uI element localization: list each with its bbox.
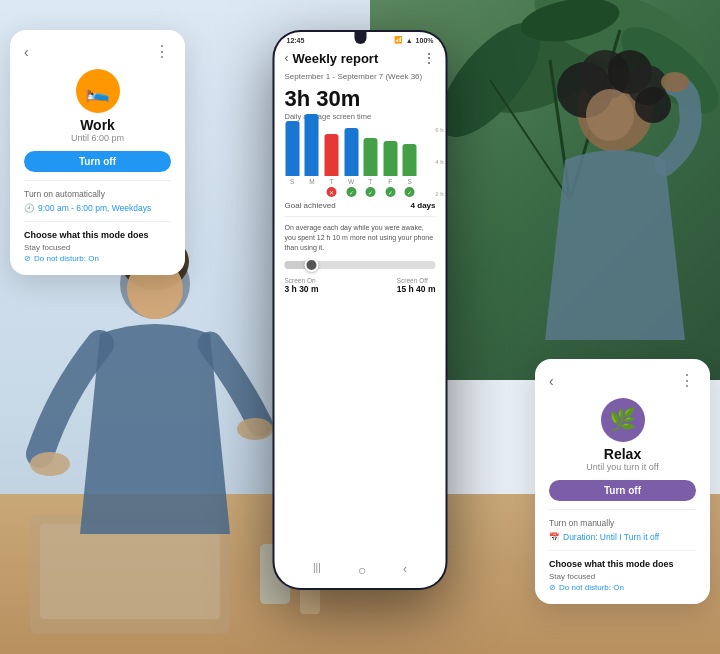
bar-wednesday-status: ✓ xyxy=(346,187,356,197)
goal-label: Goal achieved xyxy=(285,201,336,210)
stat-screen-on: Screen On 3 h 30 m xyxy=(285,277,319,294)
card-relax-icon: 🌿 xyxy=(601,398,645,442)
card-work-auto-label: Turn on automatically xyxy=(24,189,171,199)
dnd-text: Do not disturb: On xyxy=(34,254,99,263)
card-relax-divider2 xyxy=(549,550,696,551)
screen-on-value: 3 h 30 m xyxy=(285,284,319,294)
bar-tuesday-fill xyxy=(324,134,338,176)
screen-off-value: 15 h 40 m xyxy=(397,284,436,294)
phone-bottom-nav: ||| ○ ‹ xyxy=(275,558,446,582)
screen-on-label: Screen On xyxy=(285,277,319,284)
card-relax-more-icon[interactable]: ⋮ xyxy=(679,371,696,390)
schedule-icon: 🕘 xyxy=(24,203,35,213)
bar-wednesday-label: W xyxy=(348,178,354,185)
bar-sunday-label: S xyxy=(290,178,294,185)
status-time: 12:45 xyxy=(287,37,305,44)
bar-wednesday: W ✓ xyxy=(343,128,359,197)
card-relax-auto-label: Turn on manually xyxy=(549,518,696,528)
card-relax-name: Relax xyxy=(549,446,696,462)
card-relax-turn-off-button[interactable]: Turn off xyxy=(549,480,696,501)
bar-sunday: S xyxy=(285,121,301,197)
bar-monday-fill xyxy=(305,114,319,176)
card-relax-divider1 xyxy=(549,509,696,510)
bar-sunday-fill xyxy=(285,121,299,176)
main-content: ‹ ⋮ 🛌 Work Until 6:00 pm Turn off Turn o… xyxy=(0,0,720,654)
bar-friday-fill xyxy=(383,141,397,176)
bar-monday: M xyxy=(304,114,320,197)
card-work-name: Work xyxy=(24,117,171,133)
phone-goal-achieved: Goal achieved 4 days xyxy=(275,197,446,214)
bar-saturday-fill xyxy=(403,144,417,176)
nav-home-icon[interactable]: ○ xyxy=(358,562,366,578)
card-work-divider1 xyxy=(24,180,171,181)
phone-header: ‹ Weekly report ⋮ xyxy=(275,46,446,70)
work-emoji-icon: 🛌 xyxy=(85,79,110,103)
signal-icon: 📶 xyxy=(394,36,403,44)
card-relax-back-icon[interactable]: ‹ xyxy=(549,373,554,389)
card-relax-feature-label: Stay focused xyxy=(549,572,696,581)
card-relax-subtitle: Until you turn it off xyxy=(549,462,696,472)
status-icons: 📶 ▲ 100% xyxy=(394,36,434,44)
bar-thursday-fill xyxy=(364,138,378,176)
phone-device: 12:45 📶 ▲ 100% ‹ Weekly report ⋮ Septemb… xyxy=(273,30,448,590)
card-work-more-icon[interactable]: ⋮ xyxy=(154,42,171,61)
phone-progress-container xyxy=(275,257,446,273)
nav-menu-icon[interactable]: ||| xyxy=(313,562,321,578)
bar-thursday-label: T xyxy=(369,178,373,185)
bar-monday-label: M xyxy=(309,178,314,185)
bar-wednesday-fill xyxy=(344,128,358,176)
relax-schedule-text-value: Duration: Until I Turn it off xyxy=(563,532,659,542)
phone-screen-time: 3h 30m Daily average screen time xyxy=(275,83,446,121)
relax-schedule-icon: 📅 xyxy=(549,532,560,542)
card-relax-header: ‹ ⋮ xyxy=(549,371,696,390)
card-work-icon: 🛌 xyxy=(76,69,120,113)
bar-friday-status: ✓ xyxy=(385,187,395,197)
bar-friday: F ✓ xyxy=(382,141,398,197)
card-work: ‹ ⋮ 🛌 Work Until 6:00 pm Turn off Turn o… xyxy=(10,30,185,275)
bar-saturday: S ✓ xyxy=(402,144,418,197)
relax-dnd-text: Do not disturb: On xyxy=(559,583,624,592)
card-work-section-title: Choose what this mode does xyxy=(24,230,171,240)
card-work-back-icon[interactable]: ‹ xyxy=(24,44,29,60)
card-relax: ‹ ⋮ 🌿 Relax Until you turn it off Turn o… xyxy=(535,359,710,604)
y-label-6h: 6 h xyxy=(435,127,443,133)
bar-thursday: T ✓ xyxy=(363,138,379,197)
battery-text: 100% xyxy=(416,37,434,44)
card-work-divider2 xyxy=(24,221,171,222)
phone-notch xyxy=(354,32,366,44)
phone-divider1 xyxy=(285,216,436,217)
phone-more-button[interactable]: ⋮ xyxy=(422,50,436,66)
nav-back-icon[interactable]: ‹ xyxy=(403,562,407,578)
card-relax-section-title: Choose what this mode does xyxy=(549,559,696,569)
bar-tuesday-status: ✕ xyxy=(326,187,336,197)
bar-friday-label: F xyxy=(388,178,392,185)
goal-days-value: 4 days xyxy=(411,201,436,210)
card-work-schedule: 🕘 9:00 am - 6:00 pm, Weekdays xyxy=(24,203,171,213)
phone-title: Weekly report xyxy=(293,51,422,66)
bar-thursday-status: ✓ xyxy=(366,187,376,197)
card-relax-schedule: 📅 Duration: Until I Turn it off xyxy=(549,532,696,542)
card-relax-feature-value: ⊘ Do not disturb: On xyxy=(549,583,696,592)
screen-off-label: Screen Off xyxy=(397,277,436,284)
stat-screen-off: Screen Off 15 h 40 m xyxy=(397,277,436,294)
bar-saturday-status: ✓ xyxy=(405,187,415,197)
schedule-text-value: 9:00 am - 6:00 pm, Weekdays xyxy=(38,203,151,213)
chart-bars: S M T ✕ xyxy=(285,127,436,197)
phone-progress-track xyxy=(285,261,436,269)
screen-time-value: 3h 30m xyxy=(285,87,436,111)
relax-emoji-icon: 🌿 xyxy=(609,407,636,433)
phone-screen-stats: Screen On 3 h 30 m Screen Off 15 h 40 m xyxy=(275,273,446,298)
phone-progress-indicator xyxy=(305,258,319,272)
phone-date-range: September 1 - September 7 (Week 36) xyxy=(275,70,446,83)
phone-average-text: On average each day while you were awake… xyxy=(275,219,446,256)
relax-dnd-icon: ⊘ xyxy=(549,583,556,592)
card-work-feature-value: ⊘ Do not disturb: On xyxy=(24,254,171,263)
bar-monday-status xyxy=(307,187,317,197)
phone-back-button[interactable]: ‹ xyxy=(285,51,289,65)
y-label-2h: 2 h xyxy=(435,191,443,197)
y-label-4h: 4 h xyxy=(435,159,443,165)
bar-sunday-status xyxy=(287,187,297,197)
card-work-turn-off-button[interactable]: Turn off xyxy=(24,151,171,172)
bar-tuesday-label: T xyxy=(329,178,333,185)
chart-y-labels: 6 h 4 h 2 h xyxy=(435,127,443,197)
